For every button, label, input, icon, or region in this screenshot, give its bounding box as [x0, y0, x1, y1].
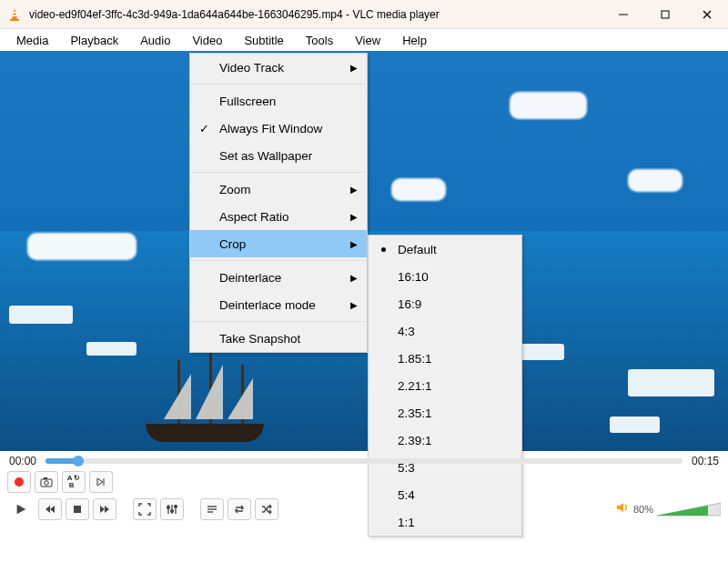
svg-marker-29 — [617, 503, 623, 512]
next-button[interactable] — [93, 498, 116, 520]
snapshot-button[interactable] — [35, 471, 58, 493]
svg-point-25 — [175, 506, 177, 508]
svg-point-23 — [167, 507, 170, 509]
menu-label: Default — [398, 243, 437, 256]
volume-percent: 80% — [633, 504, 653, 515]
menu-label: Always Fit Window — [219, 122, 322, 135]
crop-option-16-10[interactable]: 16:10 — [369, 263, 521, 290]
menu-crop[interactable]: Crop▶ — [190, 230, 367, 257]
fullscreen-button[interactable] — [133, 498, 157, 520]
menu-label: 2.35:1 — [398, 406, 432, 420]
radio-dot-icon — [381, 247, 386, 252]
seek-knob[interactable] — [73, 456, 84, 467]
menu-set-as-wallpaper[interactable]: Set as Wallpaper — [190, 142, 367, 169]
menu-separator — [191, 260, 366, 261]
menu-label: 2.39:1 — [398, 434, 432, 447]
svg-marker-15 — [46, 506, 50, 513]
close-button[interactable] — [686, 0, 728, 29]
menu-aspect-ratio[interactable]: Aspect Ratio▶ — [190, 203, 367, 230]
svg-rect-2 — [13, 15, 17, 16]
crop-option-5-4[interactable]: 5:4 — [369, 481, 521, 508]
seek-slider[interactable] — [46, 458, 682, 464]
menu-label: Fullscreen — [219, 95, 276, 108]
chevron-right-icon: ▶ — [350, 239, 358, 249]
menu-label: 1.85:1 — [398, 352, 432, 366]
menu-label: Crop — [219, 237, 246, 251]
menu-view[interactable]: View — [344, 31, 391, 50]
frame-step-button[interactable] — [89, 471, 113, 493]
menu-label: Aspect Ratio — [219, 210, 289, 224]
speaker-icon[interactable] — [615, 500, 630, 518]
chevron-right-icon: ▶ — [350, 273, 358, 283]
menu-label: Set as Wallpaper — [219, 149, 312, 163]
menu-tools[interactable]: Tools — [295, 31, 344, 50]
progress-row: 00:00 00:15 — [0, 451, 728, 469]
menu-fullscreen[interactable]: Fullscreen — [190, 87, 367, 115]
menu-label: 5:4 — [398, 488, 415, 502]
menu-separator — [191, 172, 366, 173]
menu-take-snapshot[interactable]: Take Snapshot — [190, 325, 367, 352]
chevron-right-icon: ▶ — [350, 63, 358, 73]
volume-slider[interactable] — [657, 501, 721, 517]
menu-label: 16:10 — [398, 270, 429, 284]
chevron-right-icon: ▶ — [350, 185, 358, 195]
menu-video-track[interactable]: Video Track▶ — [190, 54, 367, 81]
crop-option-16-9[interactable]: 16:9 — [369, 290, 521, 317]
svg-rect-5 — [662, 11, 669, 18]
playlist-button[interactable] — [200, 498, 224, 520]
crop-option-185-1[interactable]: 1.85:1 — [369, 345, 521, 372]
menu-always-fit-window[interactable]: ✓Always Fit Window — [190, 115, 367, 142]
record-button[interactable] — [7, 471, 31, 493]
stop-button[interactable] — [66, 498, 89, 520]
svg-rect-17 — [74, 506, 81, 513]
crop-option-default[interactable]: Default — [369, 236, 521, 263]
menu-label: Take Snapshot — [219, 332, 300, 346]
svg-rect-3 — [10, 19, 19, 21]
menu-label: Deinterlace mode — [219, 298, 316, 312]
menu-label: 1:1 — [398, 516, 415, 529]
chevron-right-icon: ▶ — [350, 212, 358, 222]
menu-help[interactable]: Help — [391, 31, 438, 50]
svg-point-24 — [171, 510, 174, 513]
menu-separator — [191, 84, 366, 85]
menu-playback[interactable]: Playback — [59, 31, 129, 50]
loop-button[interactable] — [228, 498, 251, 520]
svg-marker-19 — [105, 506, 109, 513]
crop-option-4-3[interactable]: 4:3 — [369, 317, 521, 345]
minimize-button[interactable] — [602, 0, 644, 29]
menu-label: Zoom — [219, 183, 251, 196]
menu-deinterlace-mode[interactable]: Deinterlace mode▶ — [190, 291, 367, 318]
chevron-right-icon: ▶ — [350, 300, 358, 310]
svg-marker-16 — [50, 506, 55, 513]
svg-marker-0 — [12, 8, 17, 19]
shuffle-button[interactable] — [255, 498, 278, 520]
loop-ab-button[interactable]: A ↻ B — [62, 471, 86, 493]
crop-option-1-1[interactable]: 1:1 — [369, 508, 521, 536]
time-total: 00:15 — [692, 455, 719, 467]
svg-marker-18 — [100, 506, 105, 513]
svg-point-8 — [15, 477, 24, 487]
svg-marker-14 — [17, 505, 26, 515]
time-current: 00:00 — [9, 455, 36, 467]
extended-settings-button[interactable] — [160, 498, 184, 520]
check-icon: ✓ — [199, 122, 209, 135]
toolbar-row-1: A ↻ B — [0, 469, 728, 495]
toolbar-row-2: 80% — [0, 495, 728, 524]
menu-video[interactable]: Video — [181, 31, 233, 50]
titlebar: video-ed9f04ef-3ffc-4c3d-949a-1da644a644… — [0, 0, 728, 29]
menu-subtitle[interactable]: Subtitle — [233, 31, 294, 50]
crop-option-235-1[interactable]: 2.35:1 — [369, 399, 521, 427]
crop-option-239-1[interactable]: 2.39:1 — [369, 427, 521, 454]
volume-control: 80% — [615, 500, 721, 518]
menu-deinterlace[interactable]: Deinterlace▶ — [190, 264, 367, 291]
video-menu-popup: Video Track▶ Fullscreen ✓Always Fit Wind… — [189, 53, 368, 353]
menu-audio[interactable]: Audio — [129, 31, 181, 50]
menu-zoom[interactable]: Zoom▶ — [190, 176, 367, 203]
previous-button[interactable] — [38, 498, 62, 520]
crop-option-221-1[interactable]: 2.21:1 — [369, 372, 521, 399]
maximize-button[interactable] — [644, 0, 686, 29]
svg-rect-11 — [44, 477, 47, 479]
play-button[interactable] — [7, 497, 35, 522]
menu-media[interactable]: Media — [5, 31, 59, 50]
video-content-ship — [127, 360, 282, 442]
